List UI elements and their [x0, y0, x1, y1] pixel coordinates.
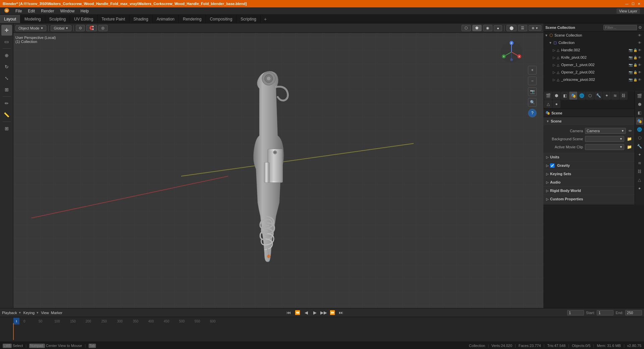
camera-dropdown[interactable]: Camera ▼ [585, 128, 626, 134]
proportional-edit[interactable]: ◎ [98, 25, 108, 31]
playback-menu[interactable]: Playback [2, 311, 17, 315]
keying-sets-header[interactable]: ▷ Keying Sets [543, 170, 635, 178]
sp-constraints-icon[interactable]: ⛓ [636, 168, 643, 175]
material-shading[interactable]: ◉ [483, 25, 492, 31]
background-scene-dropdown[interactable]: ▼ [585, 136, 624, 142]
rigid-body-world-header[interactable]: ▷ Rigid Body World [543, 187, 635, 195]
xray-toggle[interactable]: ☰ [518, 25, 527, 31]
props-tab-material[interactable]: ● [552, 100, 560, 108]
corkscrew-visibility[interactable]: 👁 [638, 78, 641, 82]
tab-uv-editing[interactable]: UV Editing [70, 15, 98, 23]
props-tab-output[interactable]: ⬢ [552, 92, 560, 100]
collection-visibility[interactable]: 👁 [638, 41, 641, 45]
snap-toggle[interactable]: 🧲 [86, 25, 97, 31]
outliner-item-corkscrew[interactable]: ▷ △ _orkscrew_pivot.002 📷 🔒 👁 [543, 76, 644, 83]
rendered-shading[interactable]: ● [494, 25, 502, 31]
viewport-3d[interactable]: Object Mode ▼ Global ▼ ⊙ 🧲 ◎ ⬡ ⬟ ◉ ● ⬤ ☰… [13, 23, 543, 308]
add-workspace-button[interactable]: + [261, 15, 270, 23]
units-section-header[interactable]: ▷ Units [543, 153, 635, 161]
wireframe-shading[interactable]: ⬡ [462, 25, 471, 31]
add-tool[interactable]: ⊞ [1, 123, 12, 134]
outliner-item-knife[interactable]: ▷ △ Knife_pivot.002 📷 🔒 👁 [543, 54, 644, 61]
help-button[interactable]: ? [528, 109, 537, 117]
outliner-item-scene-collection[interactable]: ▼ ⬡ Scene Collection 👁 [543, 32, 644, 39]
zoom-out-button[interactable]: − [528, 77, 537, 85]
camera-view-button[interactable]: 📷 [528, 87, 537, 96]
tab-scripting[interactable]: Scripting [236, 15, 261, 23]
sp-physics-icon[interactable]: ≋ [636, 159, 643, 167]
tab-texture-paint[interactable]: Texture Paint [98, 15, 129, 23]
props-tab-object[interactable]: ⬡ [586, 92, 594, 100]
menu-render[interactable]: Render [38, 8, 57, 14]
tab-modeling[interactable]: Modeling [20, 15, 45, 23]
window-controls[interactable]: — ☐ ✕ [625, 1, 641, 6]
search-button[interactable]: 🔍 [528, 98, 537, 107]
jump-to-start-button[interactable]: ⏮ [285, 309, 292, 316]
outliner-item-collection[interactable]: ▼ ◻ Collection 👁 [543, 39, 644, 46]
outliner-item-opener1[interactable]: ▷ △ Opener_1_pivot.002 📷 🔒 👁 [543, 61, 644, 68]
mode-selector[interactable]: Object Mode ▼ [15, 25, 46, 31]
start-frame-field[interactable]: 1 [597, 310, 613, 315]
active-movie-clip-dropdown[interactable]: ▼ [585, 144, 624, 150]
gravity-section-header[interactable]: ▷ Gravity [543, 161, 635, 169]
annotate-tool[interactable]: ✏ [1, 98, 12, 109]
bg-scene-icon[interactable]: 📁 [627, 137, 632, 141]
current-frame-field[interactable]: 1 [567, 310, 584, 315]
outliner-filter-icon[interactable]: ⚙ [638, 25, 642, 30]
movie-clip-icon[interactable]: 📁 [627, 145, 632, 149]
props-tab-world[interactable]: 🌐 [578, 92, 586, 100]
keying-menu[interactable]: Keying [23, 311, 35, 315]
sp-modifier-icon[interactable]: 🔧 [636, 143, 643, 150]
visibility-icon[interactable]: 👁 [638, 34, 641, 37]
transform-tool[interactable]: ⊞ [1, 84, 12, 95]
minimize-button[interactable]: — [625, 1, 629, 6]
step-forward-button[interactable]: ▶▶ [320, 309, 327, 316]
axis-gizmo[interactable]: Z X Y [500, 40, 523, 64]
sp-scene-icon[interactable]: 🎭 [636, 117, 643, 125]
tab-layout[interactable]: Layout [0, 15, 20, 23]
marker-menu[interactable]: Marker [51, 311, 62, 315]
cursor-tool[interactable]: ✛ [1, 25, 12, 36]
viewport-display-mode[interactable]: Global ▼ [51, 25, 71, 31]
play-stop-button[interactable]: ▶ [312, 309, 318, 316]
maximize-button[interactable]: ☐ [631, 1, 635, 6]
camera-edit-icon[interactable]: ✏ [629, 129, 632, 133]
view-menu[interactable]: View [41, 311, 49, 315]
custom-properties-header[interactable]: ▷ Custom Properties [543, 195, 635, 203]
solid-shading[interactable]: ⬟ [472, 25, 482, 31]
props-tab-data[interactable]: △ [544, 100, 552, 108]
props-tab-particles[interactable]: ✦ [603, 92, 611, 100]
jump-forward-button[interactable]: ⏩ [329, 309, 336, 316]
end-frame-field[interactable]: 250 [625, 310, 642, 315]
scene-section-header[interactable]: ▼ Scene [543, 117, 635, 125]
sp-data-icon[interactable]: △ [636, 176, 643, 184]
jump-to-end-button[interactable]: ⏭ [338, 309, 344, 316]
close-button[interactable]: ✕ [637, 1, 641, 6]
props-tab-modifier[interactable]: 🔧 [594, 92, 602, 100]
gizmo-toggle[interactable]: ⊕ ▼ [529, 25, 541, 31]
props-tab-view-layer[interactable]: ◧ [561, 92, 569, 100]
props-tab-physics[interactable]: ≋ [611, 92, 619, 100]
outliner-filter[interactable] [603, 25, 637, 30]
move-tool[interactable]: ⊕ [1, 50, 12, 61]
sp-render-icon[interactable]: 🎬 [636, 92, 643, 100]
props-tab-scene[interactable]: 🎭 [569, 92, 577, 100]
opener2-visibility[interactable]: 👁 [638, 70, 641, 74]
knife-visibility[interactable]: 👁 [638, 56, 641, 59]
overlay-toggle[interactable]: ⬤ [506, 25, 517, 31]
outliner-item-handle[interactable]: ▷ △ Handle.002 📷 🔒 👁 [543, 46, 644, 54]
tab-animation[interactable]: Animation [153, 15, 179, 23]
menu-edit[interactable]: Edit [25, 8, 38, 14]
step-back-button[interactable]: ◀ [303, 309, 310, 316]
gravity-checkbox[interactable] [550, 163, 554, 168]
handle-visibility[interactable]: 👁 [638, 48, 641, 52]
jump-back-button[interactable]: ⏪ [294, 309, 301, 316]
zoom-in-button[interactable]: + [528, 66, 537, 74]
scale-tool[interactable]: ⤡ [1, 73, 12, 84]
tab-sculpting[interactable]: Sculpting [45, 15, 70, 23]
sp-object-icon[interactable]: ⬡ [636, 134, 643, 142]
select-tool[interactable]: ▭ [1, 36, 12, 47]
rotate-tool[interactable]: ↻ [1, 61, 12, 72]
sp-world-icon[interactable]: 🌐 [636, 126, 643, 133]
sp-output-icon[interactable]: ⬢ [636, 101, 643, 108]
